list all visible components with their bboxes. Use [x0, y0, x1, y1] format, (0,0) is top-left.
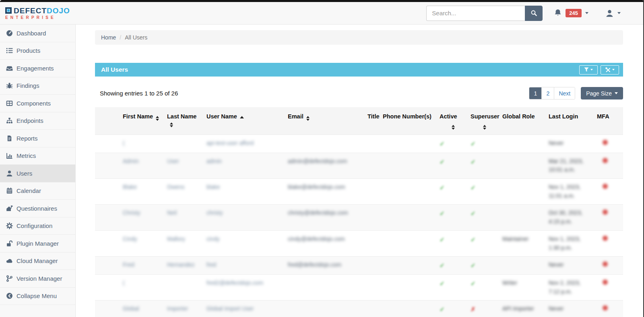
cell-login: Nov 1, 2023, 11:01 a.m. — [547, 179, 595, 205]
login-text: Never — [549, 140, 564, 146]
cell-last: Neil — [165, 205, 204, 230]
cell-user: Global Import User — [204, 300, 286, 317]
sidebar-item-version-manager[interactable]: Version Manager — [0, 270, 75, 288]
filter-dropdown-button[interactable] — [579, 65, 598, 75]
unlock-icon — [6, 240, 13, 247]
sidebar-item-engagements[interactable]: Engagements — [0, 60, 75, 77]
next-page-button[interactable]: Next — [554, 87, 575, 99]
bell-icon — [554, 9, 562, 17]
cell-last: Owens — [165, 179, 204, 205]
user-link[interactable]: christy — [206, 209, 223, 216]
user-link[interactable]: blake — [206, 184, 220, 190]
search-button[interactable] — [525, 6, 543, 21]
user-link[interactable]: admin — [206, 158, 222, 164]
user-menu[interactable] — [605, 9, 621, 17]
cell-superuser: ✓ — [469, 205, 500, 230]
sidebar-item-products[interactable]: Products — [0, 42, 75, 60]
sidebar-item-cloud-manager[interactable]: Cloud Manager — [0, 253, 75, 270]
superuser-check-icon: ✓ — [471, 210, 476, 217]
cloud-icon — [6, 257, 13, 264]
role-text: API Importer — [502, 305, 534, 312]
user-link[interactable]: fred2@defectdojo.com — [206, 280, 263, 286]
column-header-email[interactable]: Email — [286, 107, 365, 135]
breadcrumb-home-link[interactable]: Home — [101, 34, 116, 41]
sidebar-item-dashboard[interactable]: Dashboard — [0, 25, 75, 42]
search-input[interactable] — [426, 6, 525, 21]
superuser-check-icon: ✓ — [471, 280, 476, 287]
column-header-active[interactable]: Active — [438, 107, 469, 135]
first-link[interactable]: Christy — [123, 209, 140, 216]
cell-title — [365, 230, 381, 256]
last-link[interactable]: Importer — [167, 305, 188, 312]
first-link[interactable]: Admin — [123, 158, 139, 164]
cell-email: fred@defectdojo.com — [286, 257, 365, 275]
first-link[interactable]: ( — [123, 280, 125, 286]
app-logo[interactable]: DEFECTDOJO ENTERPRISE — [5, 7, 70, 20]
sidebar-item-collapse-menu[interactable]: Collapse Menu — [0, 288, 75, 305]
tools-dropdown-button[interactable] — [601, 65, 619, 75]
last-link[interactable]: Hernandez — [167, 261, 195, 268]
page-2-button[interactable]: 2 — [542, 87, 554, 99]
sidebar-item-calendar[interactable]: Calendar — [0, 182, 75, 200]
sidebar-item-label: Endpoints — [17, 117, 43, 124]
sidebar-item-endpoints[interactable]: Endpoints — [0, 112, 75, 130]
cell-phone — [381, 300, 438, 317]
column-header-first[interactable]: First Name — [121, 107, 165, 135]
mfa-indicator — [603, 261, 608, 267]
active-check-icon: ✓ — [440, 236, 445, 243]
sidebar-item-questionnaires[interactable]: Questionnaires — [0, 200, 75, 218]
cell-superuser: ✓ — [469, 257, 500, 275]
column-header-superuser[interactable]: Superuser — [469, 107, 500, 135]
login-text: Nov 2, 2023, 7:12 p.m. — [549, 280, 580, 295]
cell-login: Never — [547, 300, 595, 317]
mfa-indicator — [603, 158, 608, 163]
chevron-down-icon — [615, 92, 618, 94]
last-link[interactable]: User — [167, 158, 179, 164]
sidebar-item-users[interactable]: Users — [0, 165, 75, 182]
last-link[interactable]: Neil — [167, 209, 177, 216]
cell-first: Christy — [121, 205, 165, 230]
first-link[interactable]: ( — [123, 140, 125, 146]
first-link[interactable]: Global — [123, 305, 139, 312]
sidebar-item-metrics[interactable]: Metrics — [0, 147, 75, 165]
main-content: Home / All Users All Users Showing entri… — [76, 25, 644, 317]
email-text: cindy@defectdojo.com — [288, 236, 345, 242]
last-link[interactable]: Mallory — [167, 236, 185, 242]
user-link[interactable]: fred — [206, 261, 216, 268]
login-text: Mar 21, 2023, 10:01 a.m. — [549, 158, 583, 173]
notifications-menu[interactable]: 245 — [554, 9, 588, 17]
cell-user: blake — [204, 179, 286, 205]
cell-spacer — [95, 179, 121, 205]
first-link[interactable]: Fred — [123, 261, 134, 268]
column-header-mfa: MFA — [595, 107, 623, 135]
house-flag-icon — [6, 205, 13, 212]
cell-email — [286, 135, 365, 153]
cell-login: Mar 21, 2023, 10:01 a.m. — [547, 153, 595, 178]
sidebar-item-components[interactable]: Components — [0, 95, 75, 112]
mfa-indicator — [603, 209, 608, 215]
sidebar-item-label: Metrics — [17, 152, 36, 159]
user-link[interactable]: Global Import User — [206, 305, 254, 312]
sidebar-item-plugin-manager[interactable]: Plugin Manager — [0, 235, 75, 253]
column-label: Global Role — [502, 113, 535, 120]
cell-spacer — [95, 135, 121, 153]
page-size-button[interactable]: Page Size — [581, 87, 623, 99]
calendar-icon — [6, 187, 13, 194]
column-header-user[interactable]: User Name — [204, 107, 286, 135]
last-link[interactable]: Owens — [167, 184, 185, 190]
cell-phone — [381, 205, 438, 230]
sidebar-item-findings[interactable]: Findings — [0, 77, 75, 95]
user-link[interactable]: api-test-user afford — [206, 140, 254, 146]
first-link[interactable]: Cindy — [123, 236, 137, 242]
column-header-last[interactable]: Last Name — [165, 107, 204, 135]
role-text: Maintainer — [502, 236, 528, 242]
first-link[interactable]: Blake — [123, 184, 137, 190]
sort-icon-wrap — [471, 122, 498, 130]
email-text: christy@defectdojo.com — [288, 209, 348, 216]
sidebar-item-reports[interactable]: Reports — [0, 130, 75, 147]
cell-role: Maintainer — [500, 230, 547, 256]
sidebar-item-label: Cloud Manager — [17, 257, 58, 264]
user-link[interactable]: cindy — [206, 236, 220, 242]
page-1-button[interactable]: 1 — [529, 87, 542, 99]
sidebar-item-configuration[interactable]: Configuration — [0, 218, 75, 235]
